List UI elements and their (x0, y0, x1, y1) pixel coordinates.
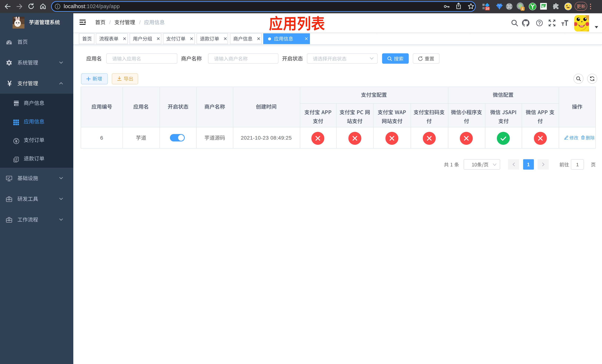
svg-text:1: 1 (522, 7, 523, 11)
svg-text:10: 10 (486, 7, 489, 10)
